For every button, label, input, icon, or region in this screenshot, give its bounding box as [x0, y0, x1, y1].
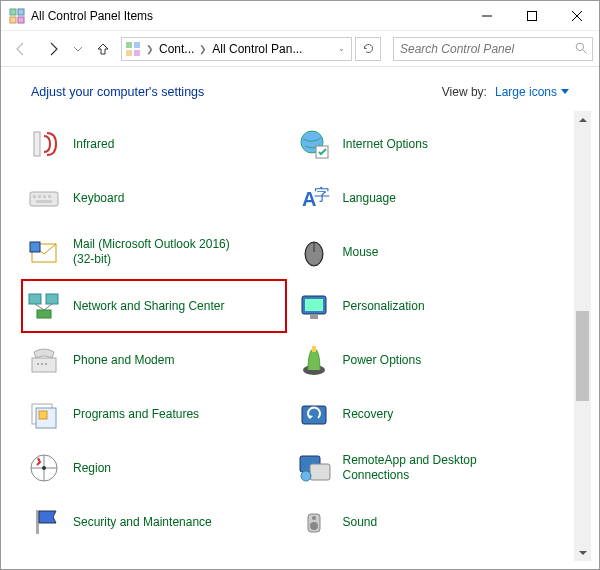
control-panel-item[interactable]: Power Options	[291, 333, 557, 387]
chevron-right-icon[interactable]: ❯	[143, 44, 157, 54]
item-label: Power Options	[343, 353, 422, 368]
scroll-down-button[interactable]	[574, 544, 591, 561]
control-panel-item[interactable]: Storage Spaces	[291, 549, 557, 561]
svg-rect-3	[18, 17, 24, 23]
content-area: InfraredInternet OptionsKeyboardA字Langua…	[9, 111, 591, 561]
svg-rect-46	[39, 411, 47, 419]
item-label: Region	[73, 461, 111, 476]
control-panel-item[interactable]: RemoteApp and Desktop Connections	[291, 441, 557, 495]
chevron-right-icon[interactable]: ❯	[196, 44, 210, 54]
svg-rect-22	[36, 200, 52, 203]
recent-locations-button[interactable]	[71, 35, 85, 63]
recovery-icon	[295, 395, 333, 433]
control-panel-item[interactable]: Internet Options	[291, 117, 557, 171]
close-button[interactable]	[554, 1, 599, 30]
control-panel-item[interactable]: Infrared	[21, 117, 287, 171]
svg-rect-17	[30, 192, 58, 206]
svg-rect-8	[126, 42, 132, 48]
svg-rect-5	[527, 11, 536, 20]
breadcrumb-segment[interactable]: Cont...	[159, 42, 194, 56]
breadcrumb-segment[interactable]: All Control Pan...	[212, 42, 302, 56]
region-icon	[25, 449, 63, 487]
scroll-up-button[interactable]	[574, 111, 591, 128]
language-icon: A字	[295, 179, 333, 217]
storage-icon	[295, 557, 333, 561]
mail-icon	[25, 233, 63, 271]
item-label: Security and Maintenance	[73, 515, 212, 530]
svg-rect-43	[312, 346, 316, 352]
control-panel-item[interactable]: Speech Recognition	[21, 549, 287, 561]
svg-rect-10	[126, 50, 132, 56]
window-buttons	[464, 1, 599, 30]
search-input[interactable]	[394, 42, 570, 56]
control-panel-item[interactable]: Region	[21, 441, 287, 495]
forward-button[interactable]	[39, 35, 67, 63]
chevron-down-icon	[561, 89, 569, 95]
viewby-value: Large icons	[495, 85, 557, 99]
svg-rect-1	[18, 9, 24, 15]
svg-rect-0	[10, 9, 16, 15]
remoteapp-icon	[295, 449, 333, 487]
control-panel-item[interactable]: Programs and Features	[21, 387, 287, 441]
control-panel-item[interactable]: Phone and Modem	[21, 333, 287, 387]
vertical-scrollbar[interactable]	[574, 111, 591, 561]
items-grid: InfraredInternet OptionsKeyboardA字Langua…	[9, 111, 574, 561]
programs-icon	[25, 395, 63, 433]
svg-rect-21	[48, 195, 51, 198]
svg-rect-32	[37, 310, 51, 318]
svg-rect-31	[46, 294, 58, 304]
item-label: Recovery	[343, 407, 394, 422]
viewby-dropdown[interactable]: Large icons	[495, 85, 569, 99]
svg-line-13	[583, 50, 586, 53]
network-icon	[25, 287, 63, 325]
page-heading: Adjust your computer's settings	[31, 85, 442, 99]
search-icon[interactable]	[570, 42, 592, 55]
svg-rect-51	[310, 464, 330, 480]
back-button[interactable]	[7, 35, 35, 63]
minimize-button[interactable]	[464, 1, 509, 30]
content-header: Adjust your computer's settings View by:…	[1, 67, 599, 111]
svg-rect-30	[29, 294, 41, 304]
control-panel-app-icon	[9, 8, 25, 24]
keyboard-icon	[25, 179, 63, 217]
item-label: Sound	[343, 515, 378, 530]
phone-modem-icon	[25, 341, 63, 379]
search-box[interactable]	[393, 37, 593, 61]
refresh-button[interactable]	[355, 37, 381, 61]
svg-point-49	[42, 466, 46, 470]
viewby-label: View by:	[442, 85, 487, 99]
svg-point-39	[37, 363, 39, 365]
chevron-down-icon[interactable]: ⌄	[335, 44, 348, 53]
power-icon	[295, 341, 333, 379]
item-label: Phone and Modem	[73, 353, 174, 368]
item-label: Mouse	[343, 245, 379, 260]
control-panel-item[interactable]: Recovery	[291, 387, 557, 441]
svg-rect-47	[302, 406, 326, 424]
svg-rect-20	[43, 195, 46, 198]
control-panel-item[interactable]: Keyboard	[21, 171, 287, 225]
item-label: Programs and Features	[73, 407, 199, 422]
internet-options-icon	[295, 125, 333, 163]
control-panel-item[interactable]: Personalization	[291, 279, 557, 333]
control-panel-item[interactable]: Mouse	[291, 225, 557, 279]
svg-line-33	[35, 304, 44, 310]
control-panel-item[interactable]: Network and Sharing Center	[21, 279, 287, 333]
up-button[interactable]	[89, 35, 117, 63]
svg-line-34	[44, 304, 52, 310]
navigation-bar: ❯ Cont... ❯ All Control Pan... ⌄	[1, 31, 599, 67]
item-label: Internet Options	[343, 137, 428, 152]
svg-rect-14	[34, 132, 40, 156]
svg-text:字: 字	[314, 186, 330, 203]
maximize-button[interactable]	[509, 1, 554, 30]
titlebar: All Control Panel Items	[1, 1, 599, 31]
svg-rect-26	[30, 242, 40, 252]
scroll-thumb[interactable]	[576, 311, 589, 401]
item-label: Network and Sharing Center	[73, 299, 224, 314]
control-panel-item[interactable]: A字Language	[291, 171, 557, 225]
item-label: RemoteApp and Desktop Connections	[343, 453, 503, 483]
control-panel-item[interactable]: Mail (Microsoft Outlook 2016) (32-bit)	[21, 225, 287, 279]
control-panel-item[interactable]: Security and Maintenance	[21, 495, 287, 549]
item-label: Keyboard	[73, 191, 124, 206]
control-panel-item[interactable]: Sound	[291, 495, 557, 549]
address-bar[interactable]: ❯ Cont... ❯ All Control Pan... ⌄	[121, 37, 352, 61]
